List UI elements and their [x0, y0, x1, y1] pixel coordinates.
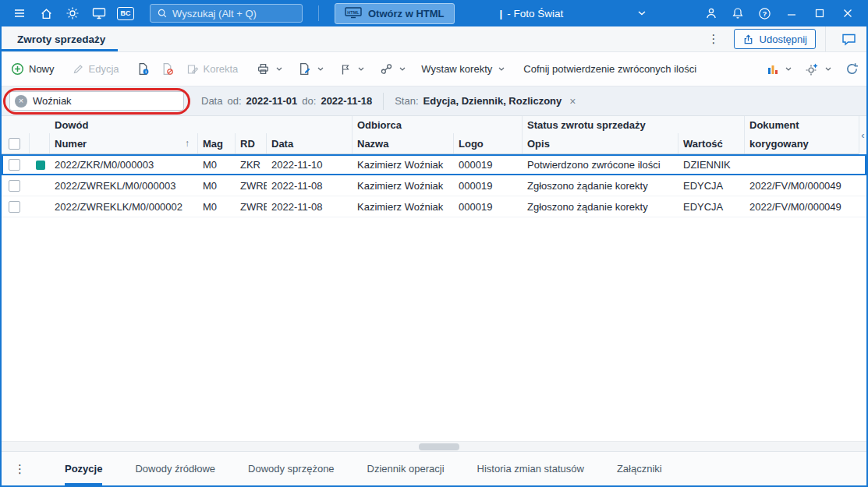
- horizontal-scrollbar-thumb[interactable]: [419, 443, 459, 450]
- document-edit-button[interactable]: [298, 62, 324, 76]
- column-group-dokument: Dokument: [745, 116, 866, 133]
- refresh-button[interactable]: [845, 62, 859, 76]
- issue-corrections-button[interactable]: Wystaw korekty: [421, 63, 505, 75]
- tabbar-divider: [825, 26, 826, 51]
- refresh-icon: [845, 62, 859, 76]
- cell-logo: 000019: [454, 196, 523, 217]
- bottom-kebab-menu-icon[interactable]: ⋮: [8, 452, 32, 485]
- related-documents-button[interactable]: [380, 62, 406, 76]
- close-button[interactable]: [834, 0, 862, 26]
- company-selector[interactable]: | - Foto Świat: [500, 8, 647, 19]
- column-header-data[interactable]: Data: [267, 133, 353, 154]
- bottom-tab-pozycje[interactable]: Pozycje: [65, 452, 102, 485]
- comment-icon: [841, 33, 856, 46]
- chart-button[interactable]: [767, 63, 792, 76]
- list-filter-field[interactable]: ×: [9, 91, 184, 111]
- row-select-cell: [2, 196, 30, 217]
- horizontal-scrollbar[interactable]: [2, 441, 866, 451]
- print-button[interactable]: [257, 62, 282, 76]
- new-button[interactable]: Nowy: [11, 62, 55, 76]
- column-header-numer[interactable]: Numer ↑: [50, 133, 198, 154]
- titlebar-divider: [318, 5, 319, 21]
- chart-icon: [767, 63, 779, 76]
- home-icon: [40, 7, 53, 20]
- user-icon: [705, 7, 717, 19]
- date-filter-label: Data: [201, 95, 222, 107]
- hamburger-menu-button[interactable]: [6, 0, 33, 26]
- home-button[interactable]: [33, 0, 59, 26]
- share-button-label: Udostępnij: [760, 34, 807, 45]
- column-header-korygowany[interactable]: korygowany: [745, 133, 866, 154]
- table-column-header-row: Numer ↑ Mag RD Data Nazwa Logo Opis Wart…: [2, 133, 866, 154]
- column-header-logo[interactable]: Logo: [454, 133, 523, 154]
- monitor-button[interactable]: [86, 0, 112, 26]
- open-in-html-button[interactable]: HTML Otwórz w HTML: [335, 3, 455, 24]
- share-button[interactable]: Udostępnij: [734, 29, 816, 49]
- clear-filter-icon[interactable]: ×: [15, 95, 27, 108]
- tab-zwroty-sprzedazy[interactable]: Zwroty sprzedaży: [2, 26, 118, 51]
- settings-button[interactable]: [59, 0, 86, 26]
- document-info-button[interactable]: i: [136, 62, 150, 76]
- column-header-rd[interactable]: RD: [236, 133, 267, 154]
- close-icon: [843, 9, 852, 18]
- row-checkbox[interactable]: [9, 201, 20, 213]
- row-checkbox[interactable]: [9, 180, 20, 192]
- bc-button[interactable]: BC: [112, 0, 139, 26]
- state-filter-value: Edycja, Dziennik, Rozliczony: [423, 95, 562, 107]
- cell-nazwa: Kazimierz Woźniak: [353, 196, 454, 217]
- undo-confirmation-button[interactable]: Cofnij potwierdzenie zwróconych ilości: [523, 63, 696, 75]
- remove-state-filter-icon[interactable]: ×: [566, 95, 579, 108]
- bottom-tab-historia-zmian[interactable]: Historia zmian statusów: [477, 452, 584, 485]
- flag-button[interactable]: [339, 63, 364, 76]
- collapse-panel-icon: ‹: [861, 129, 864, 141]
- state-filter-label: Stan:: [395, 95, 418, 107]
- chevron-down-icon: [399, 67, 406, 71]
- edit-button[interactable]: Edycja: [72, 63, 119, 76]
- kebab-menu-icon[interactable]: ⋮: [703, 32, 725, 46]
- table-row[interactable]: 2022/ZWREKL/M0/000003 M0 ZWREKL 2022-11-…: [2, 175, 866, 196]
- correction-button[interactable]: Korekta: [186, 63, 239, 76]
- column-header-opis[interactable]: Opis: [523, 133, 678, 154]
- bottom-tab-dziennik-operacji[interactable]: Dziennik operacji: [367, 452, 445, 485]
- comments-button[interactable]: [835, 26, 862, 51]
- column-header-wartosc[interactable]: Wartość: [678, 133, 745, 154]
- user-button[interactable]: [698, 0, 725, 26]
- cell-rd: ZWREKL: [236, 175, 267, 196]
- column-header-nazwa[interactable]: Nazwa: [353, 133, 454, 154]
- bottom-tab-bar: ⋮ Pozycje Dowody źródłowe Dowody sprzężo…: [2, 451, 866, 485]
- bottom-tab-zalaczniki[interactable]: Załączniki: [617, 452, 662, 485]
- bottom-tab-dowody-sprzezone[interactable]: Dowody sprzężone: [248, 452, 335, 485]
- tabbar-right: ⋮ Udostępnij: [703, 26, 866, 51]
- cell-opis: Zgłoszono żądanie korekty: [523, 175, 678, 196]
- cell-numer: 2022/ZWREKLK/M0/000002: [50, 196, 198, 217]
- date-range-filter[interactable]: Data od: 2022-11-01 do: 2022-11-18: [201, 95, 372, 107]
- settings-icon: [66, 6, 80, 20]
- select-all-checkbox[interactable]: [9, 138, 20, 150]
- collapse-panel-button[interactable]: ‹: [859, 116, 866, 154]
- global-search[interactable]: [150, 4, 303, 23]
- global-search-input[interactable]: [172, 8, 289, 19]
- column-header-mag[interactable]: Mag: [198, 133, 236, 154]
- select-all-cell: [2, 133, 30, 154]
- help-button[interactable]: ?: [751, 0, 778, 26]
- minimize-button[interactable]: [778, 0, 806, 26]
- table-row[interactable]: 2022/ZKR/M0/000003 M0 ZKR 2022-11-10 Kaz…: [2, 154, 866, 175]
- document-cancel-button[interactable]: [161, 62, 174, 76]
- state-filter-chip[interactable]: Stan: Edycja, Dziennik, Rozliczony ×: [395, 95, 579, 108]
- hamburger-menu-icon: [13, 7, 26, 19]
- open-in-html-label: Otwórz w HTML: [368, 8, 445, 19]
- maximize-button[interactable]: [806, 0, 834, 26]
- list-filter-input[interactable]: [33, 95, 165, 107]
- cell-data: 2022-11-08: [267, 196, 353, 217]
- help-icon: ?: [758, 7, 771, 20]
- bottom-tab-dowody-zrodlowe[interactable]: Dowody źródłowe: [135, 452, 215, 485]
- view-settings-button[interactable]: [806, 62, 831, 76]
- cell-data: 2022-11-10: [267, 154, 353, 175]
- row-checkbox[interactable]: [9, 159, 20, 171]
- notifications-button[interactable]: [725, 0, 751, 26]
- monitor-icon: [92, 7, 106, 19]
- document-edit-icon: [298, 62, 311, 76]
- cell-numer: 2022/ZWREKL/M0/000003: [50, 175, 198, 196]
- title-bar: BC HTML Otwórz w HTML | - Foto Świat: [2, 0, 866, 26]
- table-row[interactable]: 2022/ZWREKLK/M0/000002 M0 ZWREKL 2022-11…: [2, 196, 866, 217]
